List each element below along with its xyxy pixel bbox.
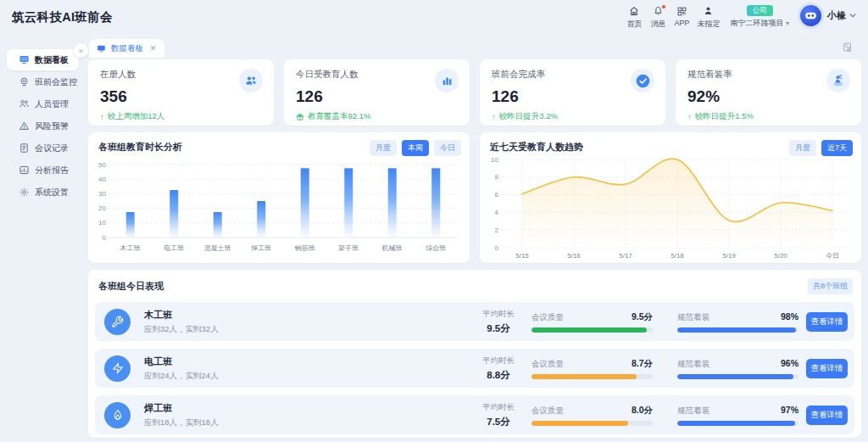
avg-duration-value: 8.8分	[466, 369, 531, 382]
user-menu[interactable]: 小椽	[800, 5, 856, 26]
sidebar-item-personnel[interactable]: 人员管理	[7, 93, 79, 115]
team-count-badge[interactable]: 共8个班组	[808, 278, 853, 294]
quality-bar	[531, 421, 653, 426]
tab-bar: 数据看板 ✕	[88, 34, 861, 58]
stat-card-educated-today: 今日受教育人数 126 教育覆盖率92.1%	[284, 59, 470, 126]
team-performance-section: 各班组今日表现 共8个班组 木工班 应到32人，实到32人 平均时长 9.5分 …	[88, 270, 861, 438]
svg-text:5/15: 5/15	[515, 252, 529, 260]
svg-text:8: 8	[495, 173, 499, 181]
filter-button[interactable]: 今日	[434, 140, 461, 156]
project-selector[interactable]: 公司 南宁二环路项目 ▾	[730, 5, 789, 29]
team-attendance: 应到18人，实到18人	[144, 417, 466, 428]
dress-value: 96%	[781, 358, 798, 368]
sidebar-item-dashboard[interactable]: 数据看板	[7, 49, 79, 70]
view-details-button[interactable]: 查看详情	[806, 359, 848, 378]
bar-chart-card: 各班组教育时长分析 月度本周今日 01020304050木工班电工班混凝土班焊工…	[88, 132, 470, 263]
report-icon	[19, 165, 30, 176]
stat-card-enrolled: 在册人数 356 ↑较上周增加12人	[88, 59, 274, 126]
svg-text:0: 0	[495, 244, 499, 252]
svg-text:20: 20	[98, 204, 106, 212]
bar-chart: 01020304050木工班电工班混凝土班焊工班钢筋班架子班机械班综合班	[98, 158, 459, 256]
dress-value: 97%	[781, 405, 798, 415]
svg-text:5/16: 5/16	[567, 252, 581, 260]
dress-bar	[677, 327, 798, 333]
quality-value: 8.7分	[632, 358, 653, 370]
nav-app[interactable]: APP	[673, 5, 690, 27]
users-icon	[239, 69, 263, 92]
sidebar-item-meeting-monitor[interactable]: 班前会监控	[7, 71, 79, 92]
team-name: 电工班	[144, 355, 466, 368]
avg-duration-label: 平均时长	[466, 309, 531, 320]
svg-text:6: 6	[495, 191, 499, 199]
dress-label: 规范着装	[677, 406, 709, 417]
svg-text:10: 10	[98, 219, 106, 227]
wrench-icon	[104, 309, 131, 335]
stat-card-completion-rate: 班前会完成率 126 ↑较昨日提升3.2%	[480, 59, 665, 126]
home-icon	[628, 5, 640, 18]
filter-button[interactable]: 近7天	[821, 140, 853, 156]
helmet-icon	[826, 69, 850, 92]
sidebar-item-settings[interactable]: 系统设置	[7, 182, 79, 203]
team-row: 电工班 应到24人，实到24人 平均时长 8.8分 会议质量8.7分 规范着装9…	[95, 349, 854, 388]
nav-messages[interactable]: 消息	[649, 5, 666, 30]
notification-dot	[662, 5, 665, 8]
sidebar-item-analysis-reports[interactable]: 分析报告	[7, 159, 79, 181]
svg-text:钢筋班: 钢筋班	[294, 244, 315, 252]
user-icon	[703, 5, 714, 18]
arrow-up-icon: ↑	[100, 112, 104, 121]
tab-dashboard[interactable]: 数据看板 ✕	[89, 39, 164, 58]
section-title: 各班组今日表现	[98, 280, 164, 293]
warning-icon	[19, 120, 30, 131]
tab-close-icon[interactable]: ✕	[150, 45, 157, 53]
line-chart-card: 近七天受教育人数趋势 月度近7天 02468105/155/165/175/18…	[480, 132, 861, 263]
check-circle-icon	[631, 69, 654, 92]
sidebar-collapse-button[interactable]: «	[74, 43, 88, 58]
quality-bar	[531, 374, 653, 379]
svg-text:机械班: 机械班	[381, 244, 403, 252]
company-badge: 公司	[747, 5, 773, 16]
quality-label: 会议质量	[531, 359, 564, 370]
svg-text:5/20: 5/20	[774, 252, 787, 260]
view-details-button[interactable]: 查看详情	[806, 312, 848, 332]
gear-icon	[19, 187, 30, 198]
svg-text:0: 0	[103, 234, 107, 242]
filter-button[interactable]: 本周	[402, 140, 429, 156]
stat-cards: 在册人数 356 ↑较上周增加12人 今日受教育人数 126 教育覆盖率92.1…	[88, 59, 861, 126]
avg-duration-label: 平均时长	[466, 355, 531, 366]
svg-text:30: 30	[98, 190, 106, 198]
nav-home[interactable]: 首页	[626, 5, 643, 30]
svg-text:50: 50	[98, 161, 106, 169]
dashboard-icon	[97, 44, 106, 53]
stat-value: 92%	[687, 87, 849, 106]
svg-text:混凝土班: 混凝土班	[204, 244, 231, 252]
dress-value: 98%	[781, 311, 798, 322]
nav-unassigned[interactable]: 未指定	[697, 5, 720, 30]
view-details-button[interactable]: 查看详情	[806, 406, 848, 425]
quality-bar	[531, 327, 653, 333]
chevron-down-icon	[849, 13, 856, 18]
svg-text:电工班: 电工班	[164, 244, 184, 252]
filter-button[interactable]: 月度	[789, 140, 816, 156]
svg-text:5/18: 5/18	[670, 252, 684, 260]
team-row: 焊工班 应到18人，实到18人 平均时长 7.5分 会议质量8.0分 规范着装9…	[95, 395, 854, 434]
svg-text:5/19: 5/19	[722, 252, 736, 260]
lightning-icon	[104, 355, 131, 382]
svg-text:架子班: 架子班	[338, 244, 359, 252]
sidebar-item-risk-alert[interactable]: 风险预警	[7, 115, 79, 137]
stat-card-dress-rate: 规范着装率 92% ↑较昨日提升1.5%	[676, 59, 861, 126]
stat-value: 126	[296, 87, 458, 106]
dress-label: 规范着装	[677, 312, 709, 323]
svg-text:2: 2	[495, 227, 499, 234]
filter-button[interactable]: 月度	[370, 140, 397, 156]
sidebar: « 数据看板 班前会监控 人员管理 风险预警 会议记录 分析报告 系统设置	[0, 34, 81, 442]
tab-list-icon[interactable]	[842, 42, 853, 53]
line-chart: 02468105/155/165/175/185/195/20今日	[490, 155, 851, 260]
team-name: 焊工班	[144, 402, 466, 415]
people-icon	[19, 98, 30, 109]
avatar	[800, 5, 821, 26]
bell-icon	[653, 5, 664, 18]
svg-text:今日: 今日	[826, 252, 839, 260]
dress-bar	[677, 421, 798, 426]
avg-duration-value: 7.5分	[466, 416, 531, 428]
sidebar-item-meeting-records[interactable]: 会议记录	[7, 137, 79, 159]
